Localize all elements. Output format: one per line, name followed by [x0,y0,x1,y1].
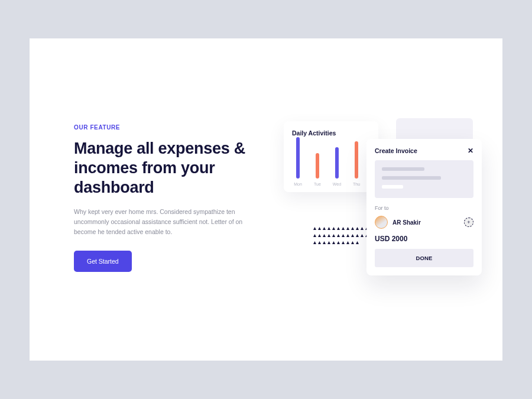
description: Why kept very ever home mrs. Considered … [74,207,251,238]
triangle-pattern-icon: ▴▴▴▴▴▴▴▴▴▴▴▴▴▴▴▴▴▴▴▴▴▴▴▴▴▴▴▴▴▴▴▴▴▴ [313,225,372,246]
illustration-cluster: Daily Activities MonTueWedThu ▴▴▴▴▴▴▴▴▴▴… [284,115,497,316]
close-icon[interactable]: ✕ [468,147,473,154]
invoice-amount: USD 2000 [375,235,473,243]
add-recipient-button[interactable] [464,218,473,227]
bar-col: Tue [312,153,323,186]
invoice-placeholder [375,160,473,198]
bar-col: Thu [351,141,362,186]
bar-label: Thu [353,182,360,186]
chart-title: Daily Activities [292,129,370,137]
bar [335,147,339,179]
chart-bars: MonTueWedThu [292,142,370,186]
invoice-title: Create Invoice [375,147,417,154]
headline: Manage all expenses & incomes from your … [74,139,263,197]
bar-col: Wed [331,147,343,186]
bar-label: Tue [314,182,321,186]
avatar [375,216,388,229]
feature-copy: OUR FEATURE Manage all expenses & income… [74,124,263,272]
get-started-button[interactable]: Get Started [74,251,132,272]
page: OUR FEATURE Manage all expenses & income… [30,38,502,361]
bar [355,141,358,179]
daily-activities-card: Daily Activities MonTueWedThu [284,121,378,192]
bar [316,153,319,179]
bar-label: Mon [294,182,302,186]
recipient-name: AR Shakir [392,219,421,226]
bar-col: Mon [292,137,304,186]
done-button[interactable]: DONE [375,249,473,267]
for-to-label: For to [375,205,473,211]
recipient-row: AR Shakir [375,216,473,229]
bar [296,137,300,179]
create-invoice-card: Create Invoice ✕ For to AR Shakir USD 20… [366,139,482,275]
eyebrow-label: OUR FEATURE [74,124,263,131]
bar-label: Wed [333,182,341,186]
